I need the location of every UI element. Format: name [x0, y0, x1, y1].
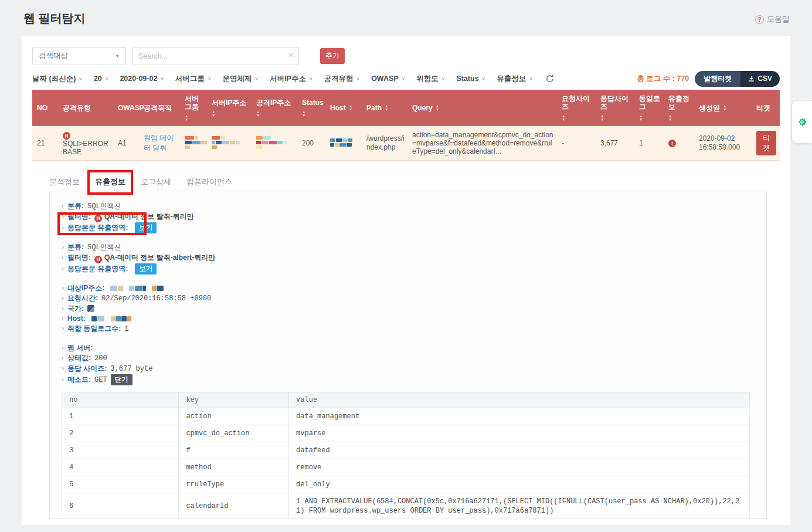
param-value: remove [289, 459, 750, 476]
col-same-log[interactable]: 동일로그▲▼ [636, 90, 665, 126]
chevron-down-icon: ∨ [402, 76, 406, 82]
col-purpose: 공격목적 [140, 90, 181, 126]
param-no: 3 [62, 442, 179, 459]
cell-leak-info[interactable]: ! [665, 126, 695, 160]
log-table: NO 공격유형 OWASP 공격목적 서버그룹▲▼ 서버IP주소▲▼ 공격IP주… [32, 90, 780, 161]
tab-log-detail[interactable]: 로그상세 [141, 173, 171, 191]
col-status[interactable]: Status▲▼ [298, 90, 327, 126]
method-value: GET [94, 376, 107, 384]
filter-date-sort[interactable]: 날짜 (최신순)∨ [32, 74, 83, 84]
param-value: del_only [289, 476, 750, 493]
col-response-size[interactable]: 응답사이즈▲▼ [597, 90, 636, 126]
detail-tabs: 분석정보 유출정보 로그상세 컴플라이언스 [49, 173, 247, 191]
action-pill: 발행티켓 CSV [695, 71, 780, 87]
sort-icon: ▲▼ [639, 114, 643, 121]
sort-icon: ▲▼ [385, 104, 388, 111]
ticket-button[interactable]: 티켓 [756, 131, 776, 155]
chevron-down-icon: ∨ [529, 76, 533, 82]
chevron-down-icon: ∨ [441, 76, 446, 82]
col-path[interactable]: Path▲▼ [363, 90, 409, 126]
filter-date-value[interactable]: 2020-09-02∨ [120, 74, 164, 83]
severity-high-icon: H [63, 132, 70, 140]
csv-download-button[interactable]: CSV [740, 71, 780, 87]
cell-host [327, 126, 363, 160]
param-key: cpmvc_do_action [179, 425, 289, 442]
filter-label: 날짜 (최신순) [32, 74, 76, 84]
settings-flyout[interactable] [792, 101, 812, 143]
col-created-at[interactable]: 생성일▲▼ [695, 90, 753, 126]
category-value: SQL인젝션 [87, 202, 121, 211]
close-params-button[interactable]: 닫기 [111, 374, 132, 385]
filter-leak-info[interactable]: 유출정보∨ [497, 74, 533, 84]
cell-query: action=data_management&cpmvc_do_action=m… [409, 126, 558, 160]
cell-ticket: 티켓 [753, 126, 780, 160]
tab-analysis-info[interactable]: 분석정보 [49, 173, 80, 191]
sort-icon: ▲▼ [562, 114, 565, 121]
col-server-group[interactable]: 서버그룹▲▼ [181, 90, 208, 126]
clear-search-icon[interactable]: ✕ [288, 52, 294, 59]
col-leak-info[interactable]: 유출정보▲▼ [665, 90, 695, 126]
cell-created-at: 2020-09-02 16:58:58.000 [695, 126, 753, 160]
chevron-down-icon: ∨ [482, 76, 486, 82]
col-attack-ip[interactable]: 공격IP주소▲▼ [253, 90, 298, 126]
response-size-value: 3,677 byte [110, 365, 152, 373]
top-bar: 웹 필터탐지 ? 도움말 [0, 0, 812, 36]
chevron-down-icon: ∨ [356, 76, 361, 82]
filter-server-ip[interactable]: 서버IP주소∨ [270, 74, 312, 84]
chevron-down-icon: ∨ [208, 76, 212, 82]
search-row: 검색대상 ▼ ✕ 추가 [32, 47, 345, 65]
filter-status[interactable]: Status∨ [456, 74, 485, 83]
add-button[interactable]: 추가 [320, 48, 345, 64]
param-key: action [179, 408, 289, 425]
search-input[interactable] [132, 47, 299, 65]
log-row[interactable]: 21 HSQLI>ERROR BASE A1 컬럼 데이터 탈취 200 /wo… [32, 126, 780, 160]
tab-compliance[interactable]: 컴플라이언스 [186, 173, 232, 191]
leak-detail-panel: ›분류SQL인젝션 ›필터명HQA-데이터 정보 탈취-쿼리만 ›응답본문 유출… [49, 191, 767, 519]
col-request-size[interactable]: 요청사이즈▲▼ [558, 90, 597, 126]
param-col-no: no [62, 392, 179, 408]
sort-icon: ▲▼ [185, 114, 188, 121]
filter-page-size[interactable]: 20∨ [94, 74, 109, 83]
refresh-icon[interactable] [545, 74, 555, 83]
cell-owasp: A1 [114, 126, 140, 160]
sort-icon: ▲▼ [212, 110, 215, 117]
cell-server-ip [208, 126, 253, 160]
col-host[interactable]: Host▲▼ [327, 90, 363, 126]
search-target-select[interactable]: 검색대상 ▼ [32, 47, 126, 65]
view-leak-button[interactable]: 보기 [135, 222, 157, 233]
param-no: 1 [62, 408, 179, 425]
filter-label: 서버IP주소 [270, 74, 306, 84]
view-leak-button[interactable]: 보기 [135, 263, 157, 275]
issue-ticket-button[interactable]: 발행티켓 [695, 71, 740, 87]
filter-attack-type[interactable]: 공격유형∨ [324, 74, 361, 84]
param-key: method [179, 459, 289, 476]
param-row: 2cpmvc_do_actionmvparse [62, 425, 750, 442]
param-col-key: key [179, 392, 289, 408]
help-link[interactable]: ? 도움말 [755, 14, 790, 25]
csv-label: CSV [757, 74, 772, 83]
severity-high-icon: H [94, 215, 102, 222]
param-no: 2 [62, 425, 179, 442]
col-attack-type: 공격유형 [59, 90, 114, 126]
filter-os[interactable]: 운영체제∨ [223, 74, 259, 84]
category-value: SQL인젝션 [87, 243, 121, 252]
filter-risk[interactable]: 위험도∨ [416, 74, 445, 84]
filter-label: 위험도 [416, 74, 439, 84]
tab-leak-info[interactable]: 유출정보 [95, 173, 125, 191]
merged-log-count: 1 [124, 325, 128, 333]
severity-high-icon: H [94, 256, 102, 263]
col-query[interactable]: Query▲▼ [409, 90, 558, 126]
col-server-ip[interactable]: 서버IP주소▲▼ [208, 90, 253, 126]
filter-owasp[interactable]: OWASP∨ [371, 74, 405, 83]
cell-purpose[interactable]: 컬럼 데이터 탈취 [140, 126, 181, 160]
main-card: 검색대상 ▼ ✕ 추가 날짜 (최신순)∨ 20∨ 2020-09-02∨ 서버… [22, 36, 790, 525]
param-no: 4 [62, 459, 179, 476]
cell-response-size: 3,677 [597, 126, 636, 160]
leak-block-2: ›분류SQL인젝션 ›필터명HQA-데이터 정보 탈취-albert-쿼리만 ›… [62, 242, 755, 275]
chevron-down-icon: ∨ [79, 76, 83, 82]
filter-server-group[interactable]: 서버그룹∨ [175, 74, 212, 84]
sort-icon: ▲▼ [600, 114, 604, 121]
cell-same-log: 1 [636, 126, 665, 160]
param-no: 5 [62, 476, 179, 493]
chevron-down-icon: ▼ [115, 53, 120, 59]
